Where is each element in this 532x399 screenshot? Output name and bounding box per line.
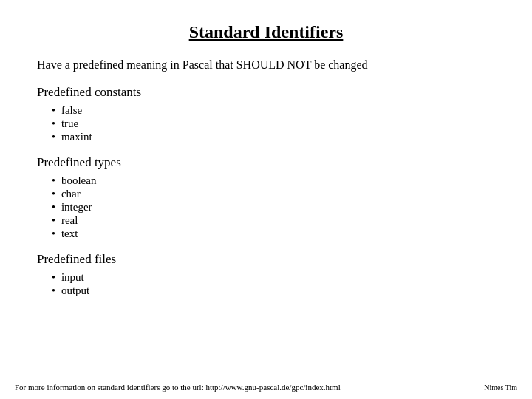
footer-attribution: Nimes Tim (484, 383, 517, 392)
section-heading-0: Predefined constants (37, 85, 495, 100)
subtitle-text: Have a predefined meaning in Pascal that… (37, 58, 495, 72)
list-item: boolean (52, 174, 495, 187)
slide-container: Standard Identifiers Have a predefined m… (0, 0, 532, 399)
section-heading-2: Predefined files (37, 252, 495, 267)
page-title: Standard Identifiers (37, 22, 495, 42)
section-heading-1: Predefined types (37, 155, 495, 170)
bullet-list-1: boolean char integer real text (37, 174, 495, 240)
bullet-list-2: input output (37, 271, 495, 297)
bullet-list-0: false true maxint (37, 104, 495, 143)
footer-url: For more information on standard identif… (15, 383, 341, 392)
list-item: false (52, 104, 495, 117)
list-item: output (52, 284, 495, 297)
list-item: char (52, 188, 495, 200)
list-item: integer (52, 201, 495, 214)
list-item: real (52, 214, 495, 227)
list-item: maxint (52, 131, 495, 143)
list-item: text (52, 228, 495, 240)
footer: For more information on standard identif… (0, 383, 532, 392)
list-item: true (52, 117, 495, 130)
list-item: input (52, 271, 495, 284)
